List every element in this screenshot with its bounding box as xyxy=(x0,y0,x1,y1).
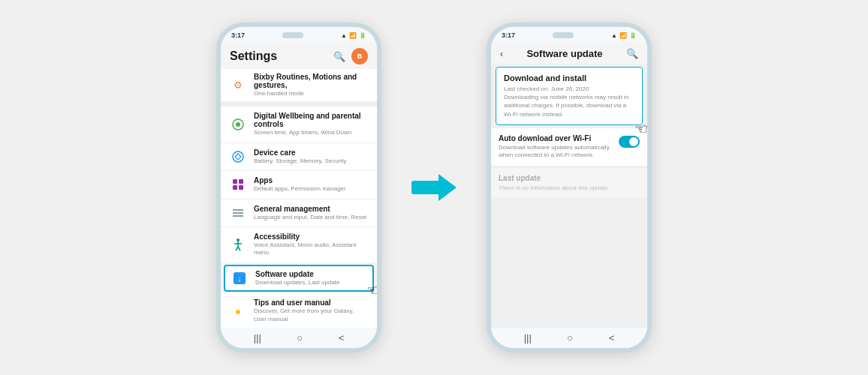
sw-content-area: Download and install Last checked on: Ju… xyxy=(491,64,647,328)
arrow-head xyxy=(439,174,457,201)
settings-list: ⚙ Bixby Routines, Motions and gestures, … xyxy=(221,69,377,328)
right-phone: 3:17 ▲ 📶 🔋 ‹ Software update 🔍 Download … xyxy=(487,22,652,352)
tips-title: Tips and user manual xyxy=(254,298,368,307)
digital-wellbeing-icon xyxy=(230,116,246,133)
sw-screen-title: Software update xyxy=(526,48,602,59)
arrow-tail xyxy=(411,181,439,194)
nav-home-btn[interactable]: ○ xyxy=(297,332,303,344)
general-management-icon xyxy=(230,205,246,221)
svg-rect-6 xyxy=(239,185,243,190)
general-management-title: General management xyxy=(254,205,368,213)
svg-point-1 xyxy=(236,122,240,127)
signal-icon: ▲ xyxy=(341,32,347,39)
right-phone-nav: ||| ○ < xyxy=(491,328,647,348)
download-install-card[interactable]: Download and install Last checked on: Ju… xyxy=(496,67,643,125)
apps-title: Apps xyxy=(254,176,368,184)
last-update-title: Last update xyxy=(499,174,640,182)
device-care-subtitle: Battery, Storage, Memory, Security xyxy=(254,158,368,165)
digital-wellbeing-subtitle: Screen time, App timers, Wind Down xyxy=(254,129,368,136)
download-install-title: Download and install xyxy=(504,74,634,82)
list-item-tips[interactable]: ● Tips and user manual Discover, Get mor… xyxy=(221,293,377,328)
left-phone-status-bar: 3:17 ▲ 📶 🔋 xyxy=(221,27,377,42)
back-chevron-icon: ‹ xyxy=(500,49,503,59)
right-camera-pill xyxy=(553,32,574,38)
arrow-shape xyxy=(411,174,457,201)
list-item-accessibility[interactable]: Accessibility Voice Assistant, Mono audi… xyxy=(221,227,377,263)
software-update-title: Software update xyxy=(255,270,366,278)
list-item-digital-wellbeing[interactable]: Digital Wellbeing and parental controls … xyxy=(221,102,377,142)
svg-point-2 xyxy=(233,152,243,162)
tips-subtitle: Discover, Get more from your Galaxy, Use… xyxy=(254,308,368,323)
list-item-apps[interactable]: Apps Default apps, Permission manager xyxy=(221,171,377,199)
auto-download-section[interactable]: Auto download over Wi-Fi Download softwa… xyxy=(491,128,647,166)
auto-download-subtitle: Download software updates automatically … xyxy=(499,144,613,160)
settings-header: Settings 🔍 B xyxy=(221,42,377,69)
svg-line-14 xyxy=(238,247,240,250)
camera-pill xyxy=(282,32,303,38)
svg-line-13 xyxy=(236,247,238,250)
accessibility-subtitle: Voice Assistant, Mono audio, Assistant m… xyxy=(254,242,368,257)
apps-icon xyxy=(230,176,246,193)
right-nav-home-btn[interactable]: ○ xyxy=(567,332,573,344)
right-phone-time: 3:17 xyxy=(502,32,515,39)
header-icons: 🔍 B xyxy=(333,48,368,64)
software-update-subtitle: Download updates, Last update xyxy=(255,279,366,286)
tips-icon: ● xyxy=(230,303,246,320)
general-management-subtitle: Language and input, Date and time, Reset xyxy=(254,214,368,221)
right-status-icons: ▲ 📶 🔋 xyxy=(611,32,637,39)
bixby-icon: ⚙ xyxy=(230,77,246,94)
arrow-container xyxy=(411,174,457,201)
auto-download-title: Auto download over Wi-Fi xyxy=(499,134,613,142)
right-battery-icon: 🔋 xyxy=(629,32,637,39)
sw-update-header: ‹ Software update 🔍 xyxy=(491,42,647,64)
search-icon[interactable]: 🔍 xyxy=(333,51,345,62)
download-install-subtitle: Last checked on: June 26, 2020Downloadin… xyxy=(504,85,634,118)
nav-back-btn[interactable]: < xyxy=(339,332,345,344)
svg-rect-4 xyxy=(239,179,243,184)
bixby-title: Bixby Routines, Motions and gestures, xyxy=(254,73,368,89)
device-care-icon xyxy=(230,148,246,165)
apps-subtitle: Default apps, Permission manager xyxy=(254,185,368,193)
left-phone-nav: ||| ○ < xyxy=(221,328,377,348)
bixby-subtitle: One-handed mode xyxy=(254,90,368,98)
user-avatar[interactable]: B xyxy=(351,48,368,64)
sw-search-icon[interactable]: 🔍 xyxy=(626,48,638,59)
battery-icon: 🔋 xyxy=(359,32,366,39)
cursor-hand-left: ☞ xyxy=(366,281,377,299)
list-item-device-care[interactable]: Device care Battery, Storage, Memory, Se… xyxy=(221,143,377,171)
svg-point-10 xyxy=(237,238,240,242)
settings-title: Settings xyxy=(230,50,277,63)
list-item-bixby[interactable]: ⚙ Bixby Routines, Motions and gestures, … xyxy=(221,69,377,102)
svg-rect-3 xyxy=(233,179,237,184)
svg-text:↓: ↓ xyxy=(237,274,242,283)
accessibility-icon xyxy=(230,236,246,253)
right-phone-screen: ‹ Software update 🔍 Download and install… xyxy=(491,42,647,328)
digital-wellbeing-title: Digital Wellbeing and parental controls xyxy=(254,112,368,128)
back-button[interactable]: ‹ xyxy=(500,49,503,59)
left-phone-time: 3:17 xyxy=(231,32,245,39)
right-phone-status-bar: 3:17 ▲ 📶 🔋 xyxy=(491,27,647,42)
last-update-section: Last update There is no information abou… xyxy=(491,168,647,197)
right-signal-icon: ▲ xyxy=(611,32,617,39)
auto-download-toggle[interactable] xyxy=(619,136,640,148)
software-update-icon: ↓ xyxy=(231,270,248,286)
status-icons: ▲ 📶 🔋 xyxy=(341,32,366,39)
cursor-hand-right: ☞ xyxy=(634,120,647,138)
accessibility-title: Accessibility xyxy=(254,232,368,241)
wifi-icon: 📶 xyxy=(349,32,357,39)
nav-recent-btn[interactable]: ||| xyxy=(254,332,261,344)
last-update-subtitle: There is no information about this updat… xyxy=(499,184,640,191)
left-phone: 3:17 ▲ 📶 🔋 Settings 🔍 B ⚙ xyxy=(216,22,381,352)
svg-rect-5 xyxy=(233,185,237,190)
right-wifi-icon: 📶 xyxy=(619,32,627,39)
left-phone-screen: Settings 🔍 B ⚙ Bixby Routines, Motions a… xyxy=(221,42,377,328)
device-care-title: Device care xyxy=(254,148,368,157)
right-nav-back-btn[interactable]: < xyxy=(609,332,615,344)
right-nav-recent-btn[interactable]: ||| xyxy=(524,332,532,344)
list-item-software-update[interactable]: ↓ Software update Download updates, Last… xyxy=(224,265,374,292)
list-item-general-management[interactable]: General management Language and input, D… xyxy=(221,200,377,227)
